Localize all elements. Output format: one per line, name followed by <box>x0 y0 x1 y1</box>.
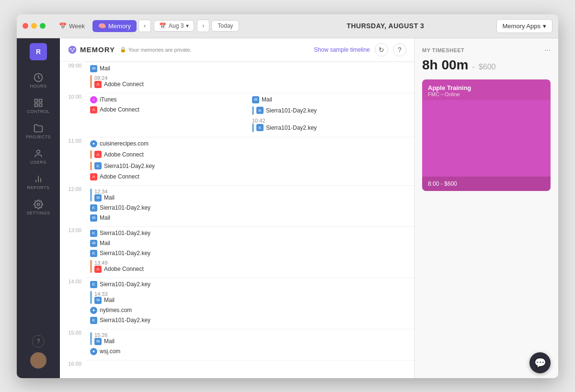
mail-icon: ✉ <box>90 214 97 222</box>
chevron-down-icon: ▾ <box>186 22 189 29</box>
total-money: $600 <box>479 63 496 71</box>
main-area: R HOURS CONTROL PROJECTS USERS REPORTS <box>17 38 558 378</box>
event-bar <box>90 260 92 273</box>
adobe-icon: A <box>90 173 97 180</box>
user-avatar[interactable] <box>30 352 46 369</box>
sidebar-item-users[interactable]: USERS <box>17 144 60 169</box>
wsj-icon: ● <box>90 348 97 355</box>
lock-icon: 🔒 <box>120 46 126 53</box>
hour-label-15: 15:00 <box>60 329 86 360</box>
keynote-icon: K <box>90 317 97 324</box>
avatar[interactable]: R <box>30 43 47 60</box>
sidebar-label-projects: PROJECTS <box>26 134 51 139</box>
titlebar: 📅 Week 🧠 Memory ‹ 📅 Aug 3 ▾ › Today THUR… <box>17 14 558 38</box>
app-window: 📅 Week 🧠 Memory ‹ 📅 Aug 3 ▾ › Today THUR… <box>17 14 558 378</box>
memory-apps-button[interactable]: Memory Apps ▾ <box>496 19 552 33</box>
adobe-icon: A <box>94 81 102 88</box>
date-display: THURSDAY, AUGUST 3 <box>275 22 496 30</box>
sidebar-item-hours[interactable]: HOURS <box>17 68 60 93</box>
sidebar-label-reports: REPORTS <box>27 185 50 190</box>
hour-label-9: 09:00 <box>60 62 86 93</box>
sidebar-item-projects[interactable]: PROJECTS <box>17 119 60 144</box>
itunes-icon: ♫ <box>90 96 97 103</box>
event-bar <box>90 332 92 345</box>
hour-block-14: 14:00 K Sierra101-Day2.key 14:33 <box>60 278 414 329</box>
svg-point-10 <box>69 45 77 54</box>
refresh-button[interactable]: ↻ <box>375 43 388 56</box>
memory-logo: MEMORY <box>68 45 115 55</box>
next-arrow[interactable]: › <box>197 20 209 32</box>
keynote-icon: K <box>256 124 264 131</box>
hour-block-10: 10:00 ♫ iTunes A Adobe Connect <box>60 93 414 137</box>
nytimes-icon: ● <box>90 307 97 314</box>
safari-icon: ● <box>90 140 97 147</box>
hour-block-16: 16:00 <box>60 360 414 378</box>
event-bar <box>252 123 254 132</box>
memory-tab-label: Memory <box>108 22 131 30</box>
event-wsj: ● wsj.com <box>90 347 410 356</box>
total-hours: 8h 00m <box>422 57 469 73</box>
help-button[interactable]: ? <box>32 335 45 347</box>
date-picker[interactable]: 📅 Aug 3 ▾ <box>154 20 194 32</box>
hour-label-16: 16:00 <box>60 360 86 378</box>
memory-panel: MEMORY 🔒 Your memories are private. Show… <box>60 38 414 378</box>
event-mail-12b: ✉ Mail <box>90 213 410 223</box>
hour-label-14: 14:00 <box>60 278 86 329</box>
prev-arrow[interactable]: ‹ <box>138 20 151 32</box>
event-nytimes: ● nytimes.com <box>90 306 410 315</box>
separator: - <box>472 63 475 71</box>
event-adobe-5: A Adobe Connect <box>90 172 410 181</box>
sidebar-label-users: USERS <box>30 160 46 165</box>
date-label: Aug 3 <box>169 22 184 29</box>
event-keynote-13b: K Sierra101-Day2.key <box>90 249 410 258</box>
sidebar-label-settings: SETTINGS <box>26 211 50 215</box>
chat-button[interactable]: 💬 <box>529 352 551 373</box>
svg-rect-2 <box>39 99 42 102</box>
sidebar: R HOURS CONTROL PROJECTS USERS REPORTS <box>17 38 60 378</box>
clock-icon <box>34 73 43 82</box>
event-safari: ● cuisinerecipes.com <box>90 139 410 148</box>
maximize-button[interactable] <box>40 23 46 29</box>
mail-icon: ✉ <box>94 338 102 345</box>
event-itunes: ♫ iTunes <box>90 95 248 104</box>
hour-label-12: 12:00 <box>60 185 86 226</box>
sample-timeline-button[interactable]: Show sample timeline <box>314 46 370 53</box>
event-adobe-13: 13:49 A Adobe Connect <box>90 259 410 274</box>
week-tab[interactable]: 📅 Week <box>53 20 91 32</box>
timesheet-header: MY TIMESHEET ··· <box>422 46 551 55</box>
hour-label-11: 11:00 <box>60 137 86 185</box>
event-keynote-14: K Sierra101-Day2.key <box>90 280 410 289</box>
event-keynote-14b: K Sierra101-Day2.key <box>90 316 410 325</box>
adobe-icon: A <box>94 266 102 273</box>
memory-apps-label: Memory Apps <box>503 22 540 30</box>
bar-chart-icon <box>34 174 43 184</box>
help-button[interactable]: ? <box>393 43 406 56</box>
privacy-notice: 🔒 Your memories are private. <box>120 46 192 53</box>
content-area: MEMORY 🔒 Your memories are private. Show… <box>60 38 558 378</box>
sidebar-item-settings[interactable]: SETTINGS <box>17 195 60 220</box>
hour-label-13: 13:00 <box>60 226 86 278</box>
footer-money: $600 <box>444 180 457 187</box>
keynote-icon: K <box>256 107 264 114</box>
close-button[interactable] <box>23 23 28 29</box>
keynote-icon: K <box>90 230 97 237</box>
minimize-button[interactable] <box>31 23 37 29</box>
privacy-text: Your memories are private. <box>128 47 192 53</box>
today-button[interactable]: Today <box>211 20 239 32</box>
event-bar <box>90 189 92 202</box>
svg-point-13 <box>71 50 73 51</box>
event-bar <box>90 75 92 88</box>
event-mail-1: ✉ Mail <box>90 64 410 73</box>
keynote-icon: K <box>90 204 97 212</box>
event-mail-13: ✉ Mail <box>90 239 410 248</box>
memory-tab[interactable]: 🧠 Memory <box>92 20 137 32</box>
card-footer: 8:00 - $600 <box>422 177 551 191</box>
card-title: Apple Training <box>428 84 545 91</box>
sidebar-item-reports[interactable]: REPORTS <box>17 169 60 195</box>
sidebar-item-control[interactable]: CONTROL <box>17 93 60 119</box>
more-button[interactable]: ··· <box>544 46 551 55</box>
timeline-area[interactable]: .evt { display:flex; align-items:center;… <box>60 62 414 378</box>
svg-rect-4 <box>39 103 42 106</box>
event-keynote-12: K Sierra101-Day2.key <box>90 203 410 213</box>
gear-icon <box>34 200 43 209</box>
